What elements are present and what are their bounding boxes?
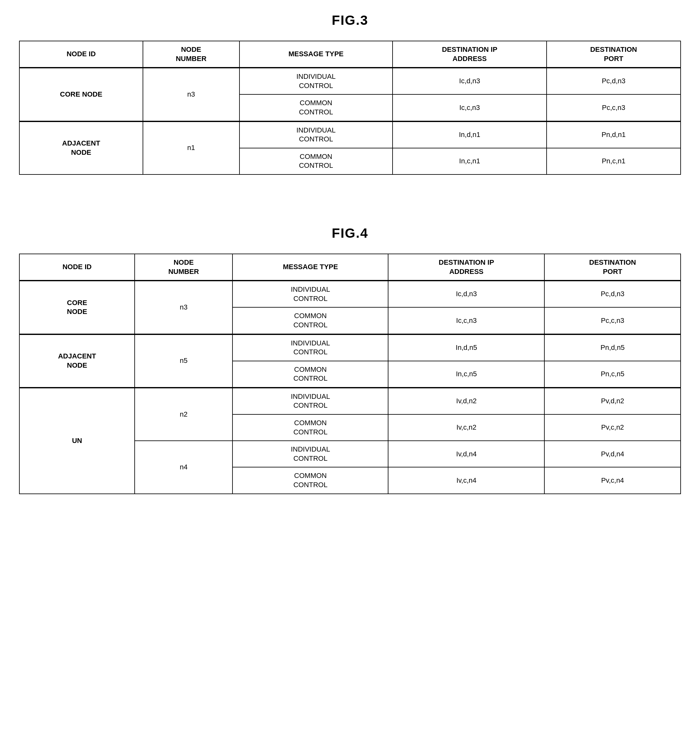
fig3-adjacent-row1-destport: Pn,d,n1 (547, 121, 681, 148)
fig4-un-n2-row1-destip: Iv,d,n2 (388, 388, 544, 414)
fig4-un-n4-row1-msgtype: INDIVIDUALCONTROL (232, 441, 388, 467)
fig4-un-n4-row2-msgtype: COMMONCONTROL (232, 467, 388, 494)
fig3-core-node-id: CORE NODE (19, 68, 143, 121)
fig4-un-n2-row2-destport: Pv,c,n2 (544, 414, 681, 441)
fig4-un-n2-row1-msgtype: INDIVIDUALCONTROL (232, 388, 388, 414)
col-message-type: MESSAGE TYPE (239, 41, 393, 68)
fig4-adjacent-row2-msgtype: COMMONCONTROL (232, 361, 388, 388)
fig4-un-n2-row1-destport: Pv,d,n2 (544, 388, 681, 414)
fig4-adjacent-row1-destport: Pn,d,n5 (544, 334, 681, 361)
fig4-table: NODE ID NODENUMBER MESSAGE TYPE DESTINAT… (19, 254, 681, 494)
fig3-core-node-number: n3 (143, 68, 239, 121)
fig4-col-message-type: MESSAGE TYPE (232, 254, 388, 281)
fig3-adjacent-row2-destport: Pn,c,n1 (547, 148, 681, 174)
fig4-adjacent-row2-destip: In,c,n5 (388, 361, 544, 388)
fig4-core-row2-msgtype: COMMONCONTROL (232, 307, 388, 334)
fig4-un-n4-row2-destport: Pv,c,n4 (544, 467, 681, 494)
fig3-core-row1-destport: Pc,d,n3 (547, 68, 681, 95)
fig3-container: FIG.3 NODE ID NODENUMBER MESSAGE TYPE DE… (19, 13, 681, 175)
fig4-core-row1-msgtype: INDIVIDUALCONTROL (232, 281, 388, 307)
fig4-col-node-id: NODE ID (19, 254, 135, 281)
fig3-adjacent-row2-destip: In,c,n1 (393, 148, 547, 174)
fig4-col-node-number: NODENUMBER (135, 254, 232, 281)
col-dest-ip: DESTINATION IPADDRESS (393, 41, 547, 68)
fig4-core-row2-destip: Ic,c,n3 (388, 307, 544, 334)
fig3-adjacent-row1-msgtype: INDIVIDUALCONTROL (239, 121, 393, 148)
fig4-core-row2-destport: Pc,c,n3 (544, 307, 681, 334)
fig4-adjacent-row1-destip: In,d,n5 (388, 334, 544, 361)
fig4-col-dest-port: DESTINATIONPORT (544, 254, 681, 281)
fig3-core-row2-destip: Ic,c,n3 (393, 95, 547, 121)
col-node-id: NODE ID (19, 41, 143, 68)
fig3-adjacent-node-number: n1 (143, 121, 239, 174)
fig4-un-n2-node-number: n2 (135, 388, 232, 441)
fig4-core-row1-destport: Pc,d,n3 (544, 281, 681, 307)
fig4-container: FIG.4 NODE ID NODENUMBER MESSAGE TYPE DE… (19, 226, 681, 494)
fig4-core-node-number: n3 (135, 281, 232, 334)
fig4-core-row1-destip: Ic,d,n3 (388, 281, 544, 307)
fig4-un-n4-node-number: n4 (135, 441, 232, 494)
fig4-core-node-id: CORENODE (19, 281, 135, 334)
fig3-core-row2-msgtype: COMMONCONTROL (239, 95, 393, 121)
spacer (19, 200, 681, 226)
fig4-un-n4-row1-destip: Iv,d,n4 (388, 441, 544, 467)
fig4-adjacent-node-number: n5 (135, 334, 232, 388)
fig4-col-dest-ip: DESTINATION IPADDRESS (388, 254, 544, 281)
fig4-adjacent-node-id: ADJACENTNODE (19, 334, 135, 388)
fig4-un-n4-row2-destip: Iv,c,n4 (388, 467, 544, 494)
col-node-number: NODENUMBER (143, 41, 239, 68)
fig3-adjacent-row1-destip: In,d,n1 (393, 121, 547, 148)
fig4-un-n4-row1-destport: Pv,d,n4 (544, 441, 681, 467)
fig3-adjacent-row2-msgtype: COMMONCONTROL (239, 148, 393, 174)
fig3-core-row1-msgtype: INDIVIDUALCONTROL (239, 68, 393, 95)
fig4-title: FIG.4 (19, 226, 681, 241)
fig4-un-node-id: UN (19, 388, 135, 494)
fig4-adjacent-row1-msgtype: INDIVIDUALCONTROL (232, 334, 388, 361)
fig3-adjacent-node-id: ADJACENTNODE (19, 121, 143, 174)
fig3-core-row2-destport: Pc,c,n3 (547, 95, 681, 121)
col-dest-port: DESTINATIONPORT (547, 41, 681, 68)
fig3-title: FIG.3 (19, 13, 681, 28)
fig4-un-n2-row2-destip: Iv,c,n2 (388, 414, 544, 441)
fig4-adjacent-row2-destport: Pn,c,n5 (544, 361, 681, 388)
fig3-core-row1-destip: Ic,d,n3 (393, 68, 547, 95)
fig3-table: NODE ID NODENUMBER MESSAGE TYPE DESTINAT… (19, 41, 681, 175)
fig4-un-n2-row2-msgtype: COMMONCONTROL (232, 414, 388, 441)
